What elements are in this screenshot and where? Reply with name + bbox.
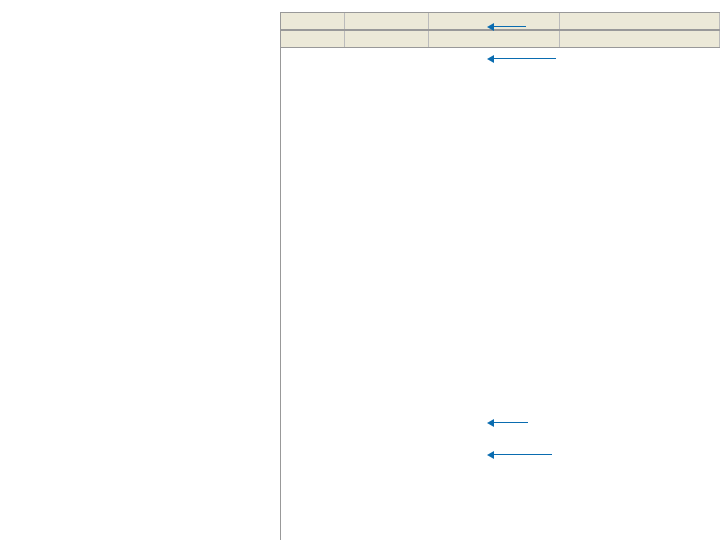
arrow-file xyxy=(492,448,552,462)
arrow-covers xyxy=(492,20,526,34)
arrow-virtual xyxy=(492,416,528,430)
page-title xyxy=(0,0,720,12)
tree-pane xyxy=(0,12,280,540)
arrow-nodata xyxy=(492,52,556,66)
main-panes xyxy=(0,12,720,540)
